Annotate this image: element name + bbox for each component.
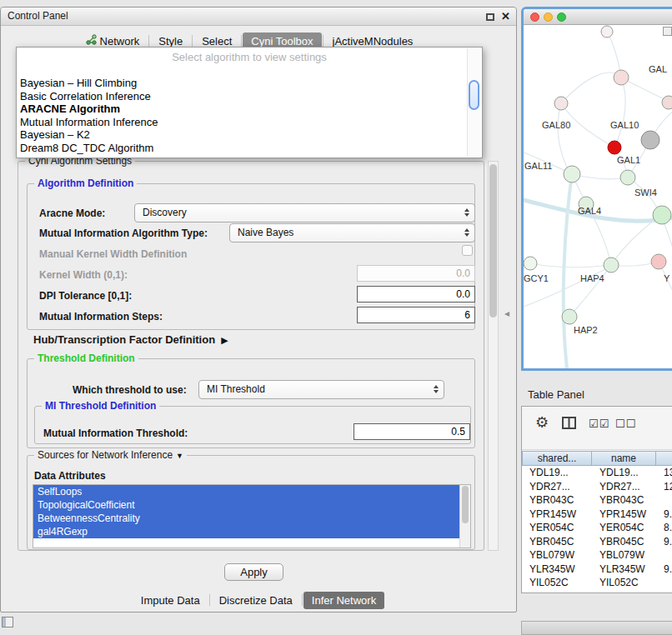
table-row[interactable]: YBR045CYBR045C9. xyxy=(522,535,672,549)
table-cell: YBL079W xyxy=(592,548,656,562)
attribute-item[interactable]: BetweennessCentrality xyxy=(33,512,459,525)
dropdown-item[interactable]: Dream8 DC_TDC Algorithm xyxy=(17,142,482,155)
table-row[interactable]: YDR27...YDR27...12 xyxy=(522,480,672,494)
columns-icon[interactable] xyxy=(562,417,576,432)
network-node[interactable] xyxy=(620,170,635,185)
select-all-icon[interactable]: ☑☑ xyxy=(589,418,609,430)
network-node[interactable] xyxy=(641,131,659,149)
tab-label: Style xyxy=(158,35,183,48)
attribute-item[interactable]: SelfLoops xyxy=(33,485,459,498)
sources-legend[interactable]: Sources for Network Inference▼ xyxy=(34,449,187,462)
settings-scrollbar-thumb[interactable] xyxy=(489,164,497,318)
network-node[interactable] xyxy=(562,309,577,324)
table-row[interactable]: YPR145WYPR145W9. xyxy=(522,508,672,522)
table-cell: YER054C xyxy=(592,521,656,535)
mi-algorithm-type-select[interactable]: Naive Bayes xyxy=(229,223,475,242)
which-threshold-value: MI Threshold xyxy=(207,383,265,395)
deselect-all-icon[interactable]: ☐☐ xyxy=(615,418,636,430)
table-row[interactable]: YER054CYER054C8. xyxy=(522,521,672,535)
tab-separator xyxy=(302,594,303,606)
network-node[interactable] xyxy=(564,166,580,182)
network-window-titlebar[interactable] xyxy=(524,9,672,25)
network-node[interactable] xyxy=(604,258,619,272)
network-node[interactable] xyxy=(601,26,613,38)
tab-impute-data[interactable]: Impute Data xyxy=(133,592,208,609)
tab-label: Select xyxy=(202,35,232,48)
table-cell xyxy=(656,548,672,562)
table-cell: YBR045C xyxy=(522,535,592,549)
table-row[interactable]: YBR043CYBR043C xyxy=(522,493,672,508)
apply-button[interactable]: Apply xyxy=(224,563,283,581)
zoom-traffic-light[interactable] xyxy=(557,12,566,22)
table-cell: YLR345W xyxy=(592,562,656,577)
table-cell: YIL052C xyxy=(592,576,656,590)
float-window-icon[interactable] xyxy=(486,13,494,21)
dropdown-item[interactable]: Bayesian – K2 xyxy=(17,128,482,142)
minimize-traffic-light[interactable] xyxy=(544,12,553,22)
network-node[interactable] xyxy=(608,141,621,154)
mi-algorithm-type-value: Naive Bayes xyxy=(238,227,293,238)
table-cell: YPR145W xyxy=(522,508,592,522)
control-panel-titlebar[interactable]: Control Panel ✕ xyxy=(1,8,516,26)
network-edge xyxy=(558,103,569,172)
select-arrows-icon xyxy=(434,385,439,393)
attribute-item[interactable]: TopologicalCoefficient xyxy=(33,498,459,512)
settings-scrollbar[interactable] xyxy=(488,161,499,551)
tab-label: Cyni Toolbox xyxy=(251,35,313,48)
mi-threshold-input[interactable] xyxy=(354,423,470,440)
dropdown-item[interactable]: Basic Correlation Inference xyxy=(17,90,482,103)
network-node[interactable] xyxy=(651,254,666,269)
network-node[interactable] xyxy=(524,257,537,270)
dropdown-scrollbar-thumb[interactable] xyxy=(469,80,479,110)
dropdown-item[interactable]: Mutual Information Inference xyxy=(17,116,482,129)
hub-definition-toggle[interactable]: Hub/Transcription Factor Definition ▶ xyxy=(33,333,228,347)
tab-label: Impute Data xyxy=(141,594,200,607)
network-node[interactable] xyxy=(614,70,629,85)
panel-collapse-arrow[interactable]: ◂ xyxy=(504,308,509,319)
dropdown-scrollbar[interactable] xyxy=(467,48,481,157)
list-scrollbar[interactable] xyxy=(459,485,470,548)
table-cell: YDR27... xyxy=(522,480,592,494)
network-node[interactable] xyxy=(662,96,672,109)
gear-icon[interactable]: ⚙ xyxy=(535,413,549,432)
table-row[interactable]: YBL079WYBL079W xyxy=(522,548,672,562)
which-threshold-label: Which threshold to use: xyxy=(73,383,187,397)
table-row[interactable]: YDL19...YDL19...13 xyxy=(522,466,672,480)
dpi-tolerance-input[interactable] xyxy=(357,286,475,302)
birdseye-widget[interactable] xyxy=(663,27,672,36)
attribute-item[interactable]: gal4RGexp xyxy=(33,525,459,538)
which-threshold-select[interactable]: MI Threshold xyxy=(198,380,444,399)
column-header[interactable]: name xyxy=(592,451,656,466)
tab-label: jActiveMNodules xyxy=(333,35,414,48)
tab-separator xyxy=(323,35,323,47)
network-edge xyxy=(614,78,625,148)
mi-algorithm-type-label: Mutual Information Algorithm Type: xyxy=(39,227,208,240)
tab-discretize-data[interactable]: Discretize Data xyxy=(211,592,301,609)
network-node[interactable] xyxy=(554,97,568,110)
column-header[interactable]: shared... xyxy=(522,451,592,466)
restore-panel-icon[interactable] xyxy=(2,617,13,628)
network-node[interactable] xyxy=(653,206,671,224)
control-panel-window: Control Panel ✕ NetworkStyleSelectCyni T… xyxy=(0,7,517,612)
close-traffic-light[interactable] xyxy=(530,12,539,22)
tab-infer-network[interactable]: Infer Network xyxy=(303,592,384,609)
close-window-icon[interactable]: ✕ xyxy=(501,10,510,22)
column-header[interactable] xyxy=(656,451,672,466)
table-row[interactable]: YLR345WYLR345W9. xyxy=(522,562,672,577)
dropdown-item[interactable]: ARACNE Algorithm xyxy=(17,102,482,116)
manual-kernel-width-checkbox[interactable] xyxy=(462,245,473,256)
aracne-mode-select[interactable]: Discovery xyxy=(134,203,475,222)
network-edge xyxy=(564,174,572,368)
dropdown-item[interactable]: Bayesian – Hill Climbing xyxy=(17,77,482,90)
aracne-mode-label: Aracne Mode: xyxy=(39,207,105,220)
network-canvas[interactable]: GAL80GAL10GAL11GAL1SWI4GAL4GCY1HAP4HAP2G… xyxy=(524,25,672,368)
table-row[interactable]: YIL052CYIL052C xyxy=(522,576,672,590)
node-label: GAL10 xyxy=(610,120,639,130)
mi-steps-input[interactable] xyxy=(357,307,475,323)
table-cell: YBR045C xyxy=(592,535,656,549)
list-scrollbar-thumb[interactable] xyxy=(462,486,469,523)
data-attributes-label: Data Attributes xyxy=(34,469,106,482)
table-panel-title[interactable]: Table Panel xyxy=(528,388,584,401)
attribute-listbox[interactable]: SelfLoopsTopologicalCoefficientBetweenne… xyxy=(33,484,471,548)
kernel-width-input[interactable] xyxy=(357,265,475,282)
